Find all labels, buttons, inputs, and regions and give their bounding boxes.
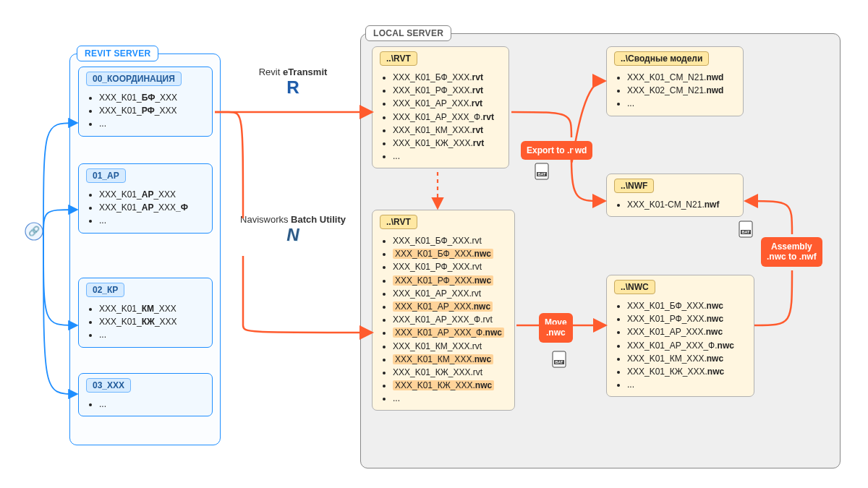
card-svod: ..\Сводные модели XXX_K01_CM_N21.nwdXXX_…	[606, 46, 744, 116]
list-item: XXX_K01_АР_XXX_Ф.nwc	[627, 340, 746, 351]
list-item: XXX_K02_CM_N21.nwd	[627, 85, 736, 96]
list-item: XXX_K01_CM_N21.nwd	[627, 72, 736, 83]
list-item: XXX_K01_РФ_XXX.rvt	[393, 261, 507, 273]
svg-point-0	[25, 223, 43, 240]
revit-icon: R	[286, 77, 299, 97]
card-xxx-list: ...	[99, 398, 205, 410]
list-item: XXX_K01_РФ_XXX	[99, 105, 205, 116]
card-coord-header: 00_КООРДИНАЦИЯ	[86, 72, 182, 86]
list-item: ...	[627, 98, 736, 109]
card-rvt2: ..\RVT XXX_K01_БФ_XXX.rvtXXX_K01_БФ_XXX.…	[372, 210, 515, 411]
list-item: XXX_K01_АР_XXX_Ф.rvt	[393, 111, 501, 123]
action-assembly: Assembly.nwc to .nwf	[761, 237, 822, 267]
label-batch: Navisworks Batch Utility N	[230, 214, 356, 245]
list-item: XXX_K01_КЖ_XXX.nwc	[393, 380, 507, 391]
card-kr-list: XXX_K01_КМ_XXXXXX_K01_КЖ_XXX...	[99, 303, 205, 341]
card-rvt2-header: ..\RVT	[380, 215, 417, 229]
list-item: ...	[99, 398, 205, 410]
card-rvt1: ..\RVT XXX_K01_БФ_XXX.rvtXXX_K01_РФ_XXX.…	[372, 46, 509, 168]
card-kr: 02_КР XXX_K01_КМ_XXXXXX_K01_КЖ_XXX...	[78, 278, 213, 348]
card-nwc-list: XXX_K01_БФ_XXX.nwcXXX_K01_РФ_XXX.nwcXXX_…	[627, 300, 746, 390]
list-item: XXX_K01_АР_XXX_Ф.nwc	[393, 327, 507, 338]
list-item: XXX_K01_РФ_XXX.nwc	[627, 313, 746, 325]
list-item: XXX_K01_КЖ_XXX.rvt	[393, 367, 507, 378]
navisworks-icon: N	[286, 225, 299, 244]
list-item: XXX_K01_КЖ_XXX.nwc	[627, 366, 746, 377]
card-nwc-header: ..\NWC	[614, 280, 655, 294]
action-export: Export to .nwd	[521, 141, 592, 160]
list-item: XXX_K01_БФ_XXX.rvt	[393, 72, 501, 83]
card-svod-list: XXX_K01_CM_N21.nwdXXX_K02_CM_N21.nwd...	[627, 72, 736, 110]
list-item: ...	[627, 379, 746, 390]
card-nwf: ..\NWF XXX_K01-CM_N21.nwf	[606, 174, 744, 217]
list-item: XXX_K01_РФ_XXX.rvt	[393, 85, 501, 96]
list-item: XXX_K01_БФ_XXX.nwc	[393, 248, 507, 260]
card-xxx-header: 03_XXX	[86, 378, 131, 393]
list-item: XXX_K01_АР_XXX.nwc	[393, 301, 507, 312]
list-item: XXX_K01_АР_XXX.rvt	[393, 98, 501, 109]
list-item: XXX_K01_АР_XXX.nwc	[627, 326, 746, 338]
card-rvt1-header: ..\RVT	[380, 51, 417, 66]
list-item: XXX_K01_БФ_XXX.nwc	[627, 300, 746, 312]
list-item: ...	[99, 118, 205, 129]
list-item: XXX_K01_АР_XXX_Ф	[99, 202, 205, 213]
card-xxx: 03_XXX ...	[78, 373, 213, 416]
card-coord: 00_КООРДИНАЦИЯ XXX_K01_БФ_XXXXXX_K01_РФ_…	[78, 67, 213, 137]
card-nwc: ..\NWC XXX_K01_БФ_XXX.nwcXXX_K01_РФ_XXX.…	[606, 275, 754, 397]
svg-text:🔗: 🔗	[28, 225, 41, 237]
list-item: XXX_K01_КМ_XXX.rvt	[393, 124, 501, 136]
list-item: ...	[393, 393, 507, 404]
card-ar: 01_АР XXX_K01_АР_XXXXXX_K01_АР_XXX_Ф...	[78, 163, 213, 234]
card-ar-header: 01_АР	[86, 168, 126, 183]
list-item: XXX_K01_АР_XXX_Ф.rvt	[393, 314, 507, 325]
list-item: XXX_K01_КЖ_XXX	[99, 316, 205, 328]
list-item: XXX_K01_КМ_XXX.rvt	[393, 341, 507, 352]
revit-region-label: REVIT SERVER	[77, 46, 158, 61]
list-item: XXX_K01_КМ_XXX.nwc	[627, 353, 746, 364]
card-nwf-list: XXX_K01-CM_N21.nwf	[627, 199, 736, 210]
list-item: XXX_K01_БФ_XXX	[99, 92, 205, 103]
list-item: XXX_K01_БФ_XXX.rvt	[393, 235, 507, 247]
card-ar-list: XXX_K01_АР_XXXXXX_K01_АР_XXX_Ф...	[99, 189, 205, 227]
link-icon: 🔗	[25, 223, 43, 240]
list-item: ...	[99, 215, 205, 226]
list-item: XXX_K01_КМ_XXX.nwc	[393, 354, 507, 365]
card-rvt1-list: XXX_K01_БФ_XXX.rvtXXX_K01_РФ_XXX.rvtXXX_…	[393, 72, 501, 162]
list-item: XXX_K01_АР_XXX.rvt	[393, 288, 507, 299]
local-region-label: LOCAL SERVER	[365, 25, 451, 41]
card-kr-header: 02_КР	[86, 283, 124, 297]
list-item: ...	[99, 329, 205, 341]
list-item: XXX_K01_КЖ_XXX.rvt	[393, 137, 501, 149]
action-move: Move.nwc	[539, 313, 573, 343]
card-rvt2-list: XXX_K01_БФ_XXX.rvtXXX_K01_БФ_XXX.nwcXXX_…	[393, 235, 507, 404]
list-item: XXX_K01_АР_XXX	[99, 189, 205, 200]
card-svod-header: ..\Сводные модели	[614, 51, 709, 66]
list-item: ...	[393, 150, 501, 162]
card-nwf-header: ..\NWF	[614, 179, 654, 193]
list-item: XXX_K01-CM_N21.nwf	[627, 199, 736, 210]
list-item: XXX_K01_КМ_XXX	[99, 303, 205, 314]
label-etransmit: Revit eTransmit R	[242, 67, 344, 98]
card-coord-list: XXX_K01_БФ_XXXXXX_K01_РФ_XXX...	[99, 92, 205, 130]
list-item: XXX_K01_РФ_XXX.nwc	[393, 275, 507, 286]
